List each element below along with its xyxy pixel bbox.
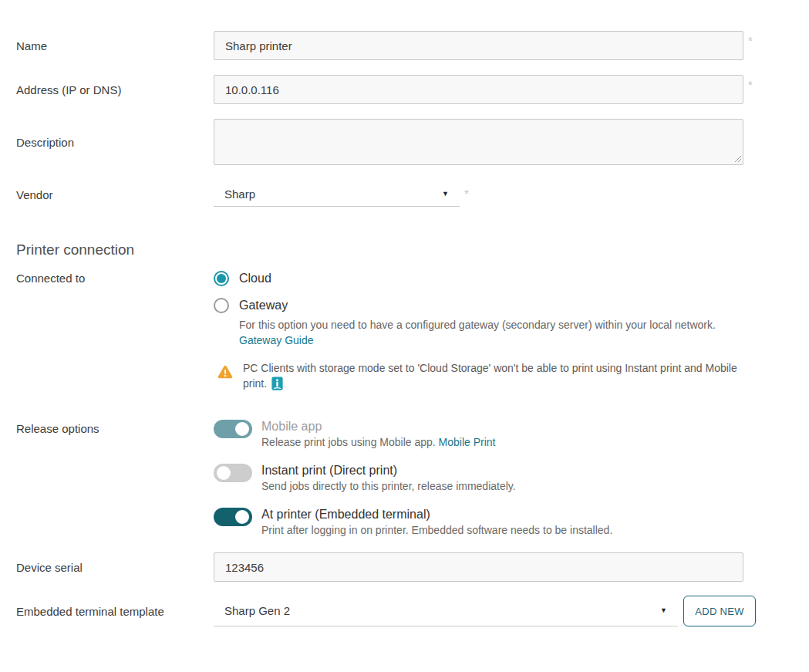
form-row-embedded-terminal-template: Embedded terminal template Sharp Gen 2 ▼… [16, 596, 809, 626]
toggle-knob [217, 466, 231, 480]
instant-print-label: Instant print (Direct print) [261, 463, 516, 478]
form-row-device-serial: Device serial [16, 552, 809, 582]
gateway-guide-link[interactable]: Gateway Guide [239, 333, 314, 348]
form-row-description: Description [16, 119, 809, 165]
release-option-mobile-app: Mobile app Release print jobs using Mobi… [214, 419, 809, 450]
cloud-storage-warning: PC Clients with storage mode set to 'Clo… [217, 360, 809, 391]
add-new-button[interactable]: ADD NEW [683, 596, 756, 626]
connected-to-label: Connected to [16, 269, 214, 285]
printer-edit-form: Name * Address (IP or DNS) * Description… [0, 0, 809, 626]
at-printer-toggle[interactable] [214, 508, 252, 526]
radio-cloud[interactable]: Cloud [214, 269, 809, 288]
form-row-vendor: Vendor Sharp ▼ * [16, 182, 809, 207]
radio-icon [214, 298, 229, 313]
description-label: Description [16, 136, 214, 149]
info-book-icon[interactable] [271, 377, 283, 390]
chevron-down-icon: ▼ [442, 191, 449, 198]
warning-icon [217, 365, 233, 379]
device-serial-label: Device serial [16, 561, 214, 574]
chevron-down-icon: ▼ [660, 607, 667, 614]
release-option-instant-print: Instant print (Direct print) Send jobs d… [214, 463, 809, 494]
form-row-address: Address (IP or DNS) * [16, 75, 809, 104]
toggle-knob [235, 510, 249, 524]
mobile-app-label: Mobile app [261, 419, 496, 434]
description-textarea[interactable] [214, 119, 743, 165]
vendor-select[interactable]: Sharp ▼ [214, 182, 460, 207]
mobile-app-description: Release print jobs using Mobile app. Mob… [261, 434, 496, 450]
release-option-at-printer: At printer (Embedded terminal) Print aft… [214, 507, 809, 538]
name-input[interactable] [214, 31, 743, 60]
section-title-printer-connection: Printer connection [16, 240, 809, 260]
address-label: Address (IP or DNS) [16, 83, 214, 96]
warning-text: PC Clients with storage mode set to 'Clo… [243, 360, 744, 391]
mobile-app-toggle[interactable] [214, 420, 252, 438]
embedded-terminal-template-value: Sharp Gen 2 [224, 604, 290, 617]
form-row-connected-to: Connected to Cloud Gateway For this opti… [16, 269, 809, 391]
instant-print-description: Send jobs directly to this printer, rele… [261, 478, 516, 494]
required-marker: * [464, 187, 469, 200]
form-row-name: Name * [16, 31, 809, 60]
address-input[interactable] [214, 75, 743, 104]
embedded-terminal-template-select[interactable]: Sharp Gen 2 ▼ [214, 596, 678, 626]
mobile-print-link[interactable]: Mobile Print [439, 436, 496, 448]
vendor-label: Vendor [16, 188, 214, 201]
at-printer-label: At printer (Embedded terminal) [261, 507, 612, 522]
gateway-description: For this option you need to have a confi… [239, 317, 771, 348]
embedded-terminal-template-label: Embedded terminal template [16, 605, 214, 618]
device-serial-input[interactable] [214, 552, 743, 582]
required-marker: * [748, 78, 753, 91]
release-options-label: Release options [16, 419, 214, 435]
gateway-description-text: For this option you need to have a confi… [239, 317, 771, 333]
vendor-select-value: Sharp [224, 187, 255, 201]
name-label: Name [16, 39, 214, 52]
instant-print-toggle[interactable] [214, 464, 252, 482]
required-marker: * [748, 34, 753, 47]
at-printer-description: Print after logging in on printer. Embed… [261, 522, 612, 538]
form-row-release-options: Release options Mobile app Release print… [16, 419, 809, 538]
toggle-knob [235, 422, 249, 436]
radio-cloud-label: Cloud [239, 272, 271, 285]
radio-gateway-label: Gateway [239, 299, 288, 312]
radio-gateway[interactable]: Gateway [214, 296, 809, 315]
radio-icon [214, 271, 229, 286]
